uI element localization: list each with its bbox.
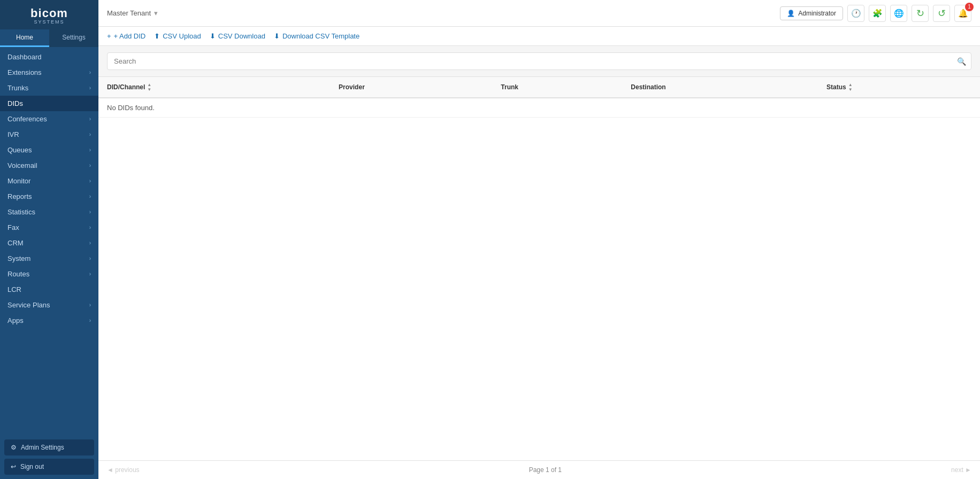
sort-desc-icon: ▼: [848, 87, 853, 92]
col-did-channel[interactable]: DID/Channel ▲ ▼: [98, 77, 330, 98]
search-bar: 🔍: [98, 46, 980, 77]
tab-row: Home Settings: [0, 29, 98, 47]
chevron-right-icon: ›: [89, 225, 91, 230]
sidebar-item-monitor[interactable]: Monitor ›: [0, 173, 98, 189]
sidebar-item-label: LCR: [7, 285, 21, 293]
gear-icon: ⚙: [11, 444, 17, 451]
admin-settings-label: Admin Settings: [21, 444, 64, 451]
tab-home[interactable]: Home: [0, 29, 49, 47]
clock-icon: 🕐: [851, 9, 861, 18]
next-page-link[interactable]: next ►: [951, 466, 971, 474]
chevron-right-icon: ›: [89, 147, 91, 153]
user-icon: 👤: [787, 10, 795, 17]
sort-icons-status: ▲ ▼: [848, 82, 853, 92]
sidebar-item-label: Service Plans: [7, 301, 50, 309]
notification-badge: 1: [965, 3, 974, 11]
col-trunk: Trunk: [492, 77, 622, 98]
search-input[interactable]: [107, 52, 971, 70]
chevron-right-icon: ›: [89, 256, 91, 261]
add-did-button[interactable]: + + Add DID: [107, 32, 146, 40]
tab-settings[interactable]: Settings: [49, 29, 98, 47]
logo-sub: SYSTEMS: [30, 19, 68, 25]
chevron-right-icon: ›: [89, 85, 91, 91]
administrator-button[interactable]: 👤 Administrator: [780, 6, 843, 20]
tenant-selector[interactable]: Master Tenant ▾: [107, 9, 158, 17]
chevron-down-icon: ▾: [154, 9, 158, 17]
sidebar-item-apps[interactable]: Apps ›: [0, 313, 98, 328]
sidebar-item-service-plans[interactable]: Service Plans ›: [0, 297, 98, 313]
refresh-icon: ↻: [916, 7, 924, 19]
sidebar-item-label: Conferences: [7, 115, 47, 123]
topbar-right: 👤 Administrator 🕐 🧩 🌐 ↻ ↺ 🔔 1: [780, 5, 971, 22]
sidebar-item-label: Monitor: [7, 177, 30, 185]
sidebar-item-routes[interactable]: Routes ›: [0, 266, 98, 282]
sidebar-item-dids[interactable]: DIDs: [0, 96, 98, 111]
sidebar-item-queues[interactable]: Queues ›: [0, 142, 98, 158]
globe-button[interactable]: 🌐: [890, 5, 907, 22]
logo: bicom: [30, 6, 68, 20]
sort-asc-icon: ▲: [848, 82, 853, 87]
sidebar-item-system[interactable]: System ›: [0, 251, 98, 266]
csv-download-button[interactable]: ⬇ CSV Download: [210, 32, 265, 40]
sidebar: bicom SYSTEMS Home Settings Dashboard Ex…: [0, 0, 98, 479]
csv-upload-button[interactable]: ⬆ CSV Upload: [154, 32, 201, 40]
sidebar-item-trunks[interactable]: Trunks ›: [0, 80, 98, 96]
search-icon: 🔍: [957, 57, 966, 66]
action-bar: + + Add DID ⬆ CSV Upload ⬇ CSV Download …: [98, 27, 980, 46]
empty-message-row: No DIDs found.: [98, 98, 980, 118]
sidebar-item-label: Queues: [7, 146, 32, 154]
sidebar-item-reports[interactable]: Reports ›: [0, 189, 98, 204]
puzzle-button[interactable]: 🧩: [869, 5, 886, 22]
clock-button[interactable]: 🕐: [847, 5, 864, 22]
sign-out-label: Sign out: [20, 463, 44, 470]
col-destination: Destination: [622, 77, 818, 98]
refresh2-button[interactable]: ↺: [933, 5, 950, 22]
csv-upload-label: CSV Upload: [163, 32, 201, 40]
col-label-provider: Provider: [339, 83, 365, 91]
sort-icons: ▲ ▼: [147, 82, 151, 92]
sidebar-item-label: Extensions: [7, 68, 42, 76]
refresh2-icon: ↺: [938, 7, 946, 19]
sidebar-item-extensions[interactable]: Extensions ›: [0, 65, 98, 80]
nav-list: Dashboard Extensions › Trunks › DIDs Con…: [0, 47, 98, 435]
sidebar-item-voicemail[interactable]: Voicemail ›: [0, 158, 98, 173]
sidebar-item-label: Apps: [7, 316, 24, 325]
chevron-right-icon: ›: [89, 69, 91, 75]
admin-label: Administrator: [798, 10, 836, 17]
sidebar-item-statistics[interactable]: Statistics ›: [0, 204, 98, 220]
sidebar-item-label: Statistics: [7, 208, 35, 216]
sidebar-item-conferences[interactable]: Conferences ›: [0, 111, 98, 127]
template-download-icon: ⬇: [274, 32, 280, 40]
col-status[interactable]: Status ▲ ▼: [818, 77, 980, 98]
col-label-status: Status: [826, 83, 846, 91]
csv-download-label: CSV Download: [218, 32, 265, 40]
sort-asc-icon: ▲: [147, 82, 151, 87]
previous-page-link[interactable]: ◄ previous: [107, 466, 140, 474]
sidebar-item-dashboard[interactable]: Dashboard: [0, 49, 98, 65]
sidebar-item-label: Voicemail: [7, 161, 37, 169]
notifications-button[interactable]: 🔔 1: [954, 5, 971, 22]
sign-out-button[interactable]: ↩ Sign out: [4, 459, 94, 475]
col-label-destination: Destination: [631, 83, 665, 91]
download-template-button[interactable]: ⬇ Download CSV Template: [274, 32, 359, 40]
sidebar-item-label: Routes: [7, 270, 29, 278]
sidebar-item-ivr[interactable]: IVR ›: [0, 127, 98, 142]
admin-settings-button[interactable]: ⚙ Admin Settings: [4, 439, 94, 455]
sidebar-item-lcr[interactable]: LCR: [0, 282, 98, 297]
col-label-trunk: Trunk: [501, 83, 518, 91]
sidebar-item-fax[interactable]: Fax ›: [0, 220, 98, 235]
pagination: ◄ previous Page 1 of 1 next ►: [98, 460, 980, 479]
upload-icon: ⬆: [154, 32, 160, 40]
sidebar-item-label: System: [7, 254, 30, 262]
chevron-right-icon: ›: [89, 163, 91, 168]
chevron-right-icon: ›: [89, 209, 91, 215]
col-label-did: DID/Channel: [107, 83, 145, 91]
globe-icon: 🌐: [894, 9, 904, 18]
refresh1-button[interactable]: ↻: [912, 5, 929, 22]
did-table: DID/Channel ▲ ▼ Provider Trunk: [98, 77, 980, 118]
sidebar-item-label: Fax: [7, 223, 19, 231]
sidebar-item-crm[interactable]: CRM ›: [0, 235, 98, 251]
sidebar-item-label: CRM: [7, 239, 24, 247]
add-icon: +: [107, 32, 111, 40]
chevron-right-icon: ›: [89, 318, 91, 323]
